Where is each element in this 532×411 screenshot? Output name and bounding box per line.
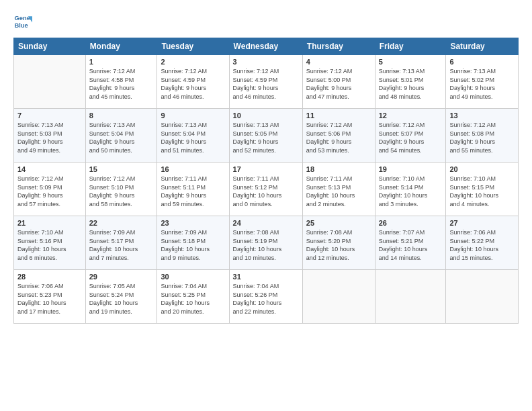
calendar-cell-3-3: 24Sunrise: 7:08 AM Sunset: 5:19 PM Dayli… (229, 216, 302, 270)
day-number: 7 (17, 111, 82, 120)
weekday-header-row: SundayMondayTuesdayWednesdayThursdayFrid… (14, 38, 519, 55)
day-number: 11 (306, 111, 371, 120)
day-info: Sunrise: 7:08 AM Sunset: 5:20 PM Dayligh… (306, 228, 371, 262)
day-number: 17 (233, 165, 299, 173)
day-number: 28 (17, 273, 82, 281)
calendar-cell-1-5: 12Sunrise: 7:12 AM Sunset: 5:07 PM Dayli… (375, 109, 446, 163)
day-info: Sunrise: 7:10 AM Sunset: 5:15 PM Dayligh… (449, 175, 515, 208)
day-info: Sunrise: 7:10 AM Sunset: 5:14 PM Dayligh… (379, 175, 443, 208)
day-number: 2 (161, 58, 225, 66)
calendar-cell-0-6: 6Sunrise: 7:13 AM Sunset: 5:02 PM Daylig… (446, 55, 519, 109)
day-info: Sunrise: 7:12 AM Sunset: 4:59 PM Dayligh… (233, 67, 299, 101)
calendar-cell-0-0 (14, 55, 86, 109)
calendar-cell-1-2: 9Sunrise: 7:13 AM Sunset: 5:04 PM Daylig… (157, 109, 229, 163)
day-info: Sunrise: 7:04 AM Sunset: 5:26 PM Dayligh… (233, 282, 299, 316)
day-info: Sunrise: 7:12 AM Sunset: 5:00 PM Dayligh… (306, 67, 371, 101)
calendar-table: SundayMondayTuesdayWednesdayThursdayFrid… (13, 38, 519, 324)
calendar-cell-0-1: 1Sunrise: 7:12 AM Sunset: 4:58 PM Daylig… (85, 55, 157, 109)
day-info: Sunrise: 7:09 AM Sunset: 5:17 PM Dayligh… (89, 228, 154, 262)
calendar-cell-2-4: 18Sunrise: 7:11 AM Sunset: 5:13 PM Dayli… (302, 163, 375, 216)
day-number: 13 (449, 111, 515, 120)
weekday-header-monday: Monday (85, 38, 157, 55)
day-info: Sunrise: 7:06 AM Sunset: 5:23 PM Dayligh… (17, 282, 82, 316)
day-number: 14 (17, 165, 82, 173)
calendar-cell-4-5 (375, 270, 446, 324)
day-number: 15 (89, 165, 154, 173)
calendar-cell-3-6: 27Sunrise: 7:06 AM Sunset: 5:22 PM Dayli… (446, 216, 519, 270)
day-number: 16 (161, 165, 225, 173)
day-number: 4 (306, 58, 371, 66)
day-info: Sunrise: 7:13 AM Sunset: 5:05 PM Dayligh… (233, 121, 299, 154)
weekday-header-friday: Friday (375, 38, 446, 55)
day-number: 19 (379, 165, 443, 173)
day-info: Sunrise: 7:12 AM Sunset: 5:10 PM Dayligh… (89, 175, 154, 208)
day-info: Sunrise: 7:11 AM Sunset: 5:12 PM Dayligh… (233, 175, 299, 208)
day-info: Sunrise: 7:10 AM Sunset: 5:16 PM Dayligh… (17, 228, 82, 262)
day-info: Sunrise: 7:12 AM Sunset: 5:07 PM Dayligh… (379, 121, 443, 154)
weekday-header-tuesday: Tuesday (157, 38, 229, 55)
day-number: 3 (233, 58, 299, 66)
calendar-cell-0-4: 4Sunrise: 7:12 AM Sunset: 5:00 PM Daylig… (302, 55, 375, 109)
day-number: 6 (449, 58, 515, 66)
calendar-cell-2-6: 20Sunrise: 7:10 AM Sunset: 5:15 PM Dayli… (446, 163, 519, 216)
calendar-cell-2-1: 15Sunrise: 7:12 AM Sunset: 5:10 PM Dayli… (85, 163, 157, 216)
day-info: Sunrise: 7:13 AM Sunset: 5:04 PM Dayligh… (89, 121, 154, 154)
day-number: 26 (379, 219, 443, 227)
day-number: 1 (89, 58, 154, 66)
calendar-cell-4-4 (302, 270, 375, 324)
day-number: 9 (161, 111, 225, 120)
day-info: Sunrise: 7:13 AM Sunset: 5:04 PM Dayligh… (161, 121, 225, 154)
calendar-week-row-4: 28Sunrise: 7:06 AM Sunset: 5:23 PM Dayli… (14, 270, 519, 324)
day-info: Sunrise: 7:11 AM Sunset: 5:13 PM Dayligh… (306, 175, 371, 208)
day-info: Sunrise: 7:12 AM Sunset: 5:08 PM Dayligh… (449, 121, 515, 154)
day-info: Sunrise: 7:12 AM Sunset: 4:59 PM Dayligh… (161, 67, 225, 101)
calendar-cell-1-4: 11Sunrise: 7:12 AM Sunset: 5:06 PM Dayli… (302, 109, 375, 163)
day-number: 30 (161, 273, 225, 281)
page: General Blue SundayMondayTuesdayWednesda… (0, 0, 532, 411)
day-info: Sunrise: 7:13 AM Sunset: 5:01 PM Dayligh… (379, 67, 443, 101)
calendar-cell-4-0: 28Sunrise: 7:06 AM Sunset: 5:23 PM Dayli… (14, 270, 86, 324)
calendar-cell-2-3: 17Sunrise: 7:11 AM Sunset: 5:12 PM Dayli… (229, 163, 302, 216)
day-number: 10 (233, 111, 299, 120)
day-info: Sunrise: 7:12 AM Sunset: 4:58 PM Dayligh… (89, 67, 154, 101)
day-number: 21 (17, 219, 82, 227)
logo: General Blue (13, 12, 35, 31)
calendar-cell-2-0: 14Sunrise: 7:12 AM Sunset: 5:09 PM Dayli… (14, 163, 86, 216)
calendar-cell-3-0: 21Sunrise: 7:10 AM Sunset: 5:16 PM Dayli… (14, 216, 86, 270)
calendar-cell-2-5: 19Sunrise: 7:10 AM Sunset: 5:14 PM Dayli… (375, 163, 446, 216)
calendar-cell-1-0: 7Sunrise: 7:13 AM Sunset: 5:03 PM Daylig… (14, 109, 86, 163)
day-number: 18 (306, 165, 371, 173)
calendar-cell-0-3: 3Sunrise: 7:12 AM Sunset: 4:59 PM Daylig… (229, 55, 302, 109)
day-info: Sunrise: 7:11 AM Sunset: 5:11 PM Dayligh… (161, 175, 225, 208)
calendar-cell-4-2: 30Sunrise: 7:04 AM Sunset: 5:25 PM Dayli… (157, 270, 229, 324)
weekday-header-wednesday: Wednesday (229, 38, 302, 55)
calendar-week-row-2: 14Sunrise: 7:12 AM Sunset: 5:09 PM Dayli… (14, 163, 519, 216)
general-blue-logo-icon: General Blue (13, 12, 32, 31)
calendar-cell-0-2: 2Sunrise: 7:12 AM Sunset: 4:59 PM Daylig… (157, 55, 229, 109)
day-info: Sunrise: 7:05 AM Sunset: 5:24 PM Dayligh… (89, 282, 154, 316)
calendar-cell-3-5: 26Sunrise: 7:07 AM Sunset: 5:21 PM Dayli… (375, 216, 446, 270)
calendar-cell-2-2: 16Sunrise: 7:11 AM Sunset: 5:11 PM Dayli… (157, 163, 229, 216)
day-info: Sunrise: 7:12 AM Sunset: 5:06 PM Dayligh… (306, 121, 371, 154)
day-number: 20 (449, 165, 515, 173)
calendar-week-row-1: 7Sunrise: 7:13 AM Sunset: 5:03 PM Daylig… (14, 109, 519, 163)
weekday-header-thursday: Thursday (302, 38, 375, 55)
svg-text:Blue: Blue (15, 22, 28, 29)
calendar-cell-4-3: 31Sunrise: 7:04 AM Sunset: 5:26 PM Dayli… (229, 270, 302, 324)
calendar-cell-4-6 (446, 270, 519, 324)
day-info: Sunrise: 7:08 AM Sunset: 5:19 PM Dayligh… (233, 228, 299, 262)
calendar-week-row-3: 21Sunrise: 7:10 AM Sunset: 5:16 PM Dayli… (14, 216, 519, 270)
calendar-cell-4-1: 29Sunrise: 7:05 AM Sunset: 5:24 PM Dayli… (85, 270, 157, 324)
calendar-cell-3-1: 22Sunrise: 7:09 AM Sunset: 5:17 PM Dayli… (85, 216, 157, 270)
calendar-cell-1-6: 13Sunrise: 7:12 AM Sunset: 5:08 PM Dayli… (446, 109, 519, 163)
day-info: Sunrise: 7:06 AM Sunset: 5:22 PM Dayligh… (449, 228, 515, 262)
day-number: 23 (161, 219, 225, 227)
day-info: Sunrise: 7:09 AM Sunset: 5:18 PM Dayligh… (161, 228, 225, 262)
calendar-cell-1-1: 8Sunrise: 7:13 AM Sunset: 5:04 PM Daylig… (85, 109, 157, 163)
calendar-cell-3-2: 23Sunrise: 7:09 AM Sunset: 5:18 PM Dayli… (157, 216, 229, 270)
day-number: 24 (233, 219, 299, 227)
weekday-header-saturday: Saturday (446, 38, 519, 55)
day-number: 8 (89, 111, 154, 120)
calendar-cell-1-3: 10Sunrise: 7:13 AM Sunset: 5:05 PM Dayli… (229, 109, 302, 163)
weekday-header-sunday: Sunday (14, 38, 86, 55)
